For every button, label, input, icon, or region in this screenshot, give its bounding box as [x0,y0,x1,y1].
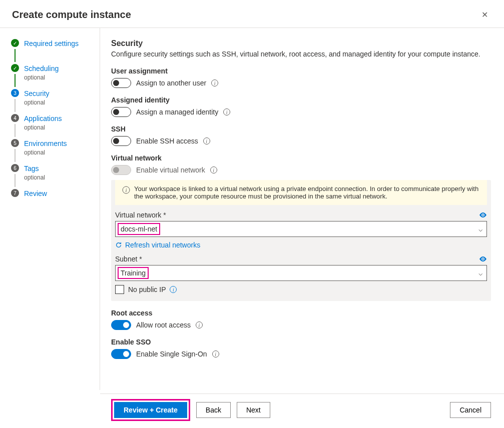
review-create-button[interactable]: Review + Create [114,402,187,418]
info-icon: i [122,186,130,194]
vnet-info-banner: i Your workspace is linked to a virtual … [115,180,487,205]
user-assignment-heading: User assignment [111,67,491,75]
step-required-settings[interactable]: ✓ Required settings [11,39,100,64]
svg-text:i: i [125,187,127,193]
toggle-label: Assign a managed identity [136,108,218,116]
vnet-value: docs-ml-net [121,225,157,233]
vnet-dropdown[interactable]: docs-ml-net ⌵ [115,221,487,237]
refresh-vnets-link[interactable]: Refresh virtual networks [115,241,487,249]
assigned-identity-heading: Assigned identity [111,96,491,104]
refresh-icon [115,242,122,248]
check-icon: ✓ [11,64,19,72]
refresh-label: Refresh virtual networks [125,241,200,249]
toggle-label: Enable virtual network [136,166,205,174]
sso-toggle[interactable] [111,349,131,359]
chevron-down-icon: ⌵ [478,269,482,277]
subnet-value: Training [121,269,146,277]
main-content: Security Configure security settings suc… [100,28,504,390]
step-label: Applications [24,114,62,123]
highlight-box: Review + Create [111,399,190,421]
vnet-heading: Virtual network [111,154,491,162]
assign-user-toggle[interactable] [111,78,131,88]
chevron-down-icon: ⌵ [478,225,482,233]
subnet-field-label: Subnet * [115,255,142,263]
vnet-toggle [111,165,131,175]
step-optional: optional [24,73,59,82]
step-label: Security [24,89,50,98]
info-icon[interactable]: i [170,286,177,293]
toggle-label: Enable SSH access [136,137,198,145]
ssh-toggle[interactable] [111,136,131,146]
info-icon[interactable]: i [223,108,230,116]
info-icon[interactable]: i [210,166,217,174]
next-button[interactable]: Next [237,402,270,418]
step-optional: optional [24,148,67,157]
no-public-ip-checkbox[interactable] [115,285,124,294]
footer-bar: Review + Create Back Next Cancel [100,394,504,428]
toggle-label: Allow root access [136,321,191,329]
step-scheduling[interactable]: ✓ Scheduling optional [11,64,100,89]
back-button[interactable]: Back [196,402,231,418]
check-icon: ✓ [11,39,19,47]
wizard-steps: ✓ Required settings ✓ Scheduling optiona… [0,28,100,390]
vnet-panel: i Your workspace is linked to a virtual … [111,180,491,301]
info-icon[interactable]: i [203,138,210,144]
subnet-dropdown[interactable]: Training ⌵ [115,265,487,281]
page-title: Create compute instance [12,9,131,20]
close-icon[interactable]: ✕ [477,8,492,22]
step-label: Required settings [24,39,79,48]
step-tags[interactable]: 6 Tags optional [11,164,100,189]
root-heading: Root access [111,309,491,317]
section-description: Configure security settings such as SSH,… [111,50,491,58]
step-number-icon: 4 [11,114,19,122]
step-environments[interactable]: 5 Environments optional [11,139,100,164]
toggle-label: Enable Single Sign-On [136,350,207,358]
step-optional: optional [24,123,62,132]
section-title: Security [111,39,491,48]
banner-text: Your workspace is linked to a virtual ne… [134,185,480,200]
ssh-heading: SSH [111,125,491,133]
step-number-icon: 3 [11,89,19,97]
checkbox-label: No public IP [128,286,166,294]
step-label: Tags [24,164,45,173]
step-optional: optional [24,173,45,182]
toggle-label: Assign to another user [136,79,206,87]
step-number-icon: 5 [11,139,19,147]
step-number-icon: 6 [11,164,19,172]
preview-icon[interactable] [479,255,487,263]
step-review[interactable]: 7 Review [11,189,100,198]
step-label: Scheduling [24,64,59,73]
info-icon[interactable]: i [211,80,218,86]
assign-identity-toggle[interactable] [111,107,131,117]
vnet-field-label: Virtual network * [115,211,166,219]
step-label: Environments [24,139,67,148]
step-optional: optional [24,98,50,107]
step-number-icon: 7 [11,189,19,197]
info-icon[interactable]: i [196,322,203,328]
sso-heading: Enable SSO [111,338,491,346]
root-toggle[interactable] [111,320,131,330]
preview-icon[interactable] [479,211,487,219]
info-icon[interactable]: i [212,350,219,358]
cancel-button[interactable]: Cancel [450,402,491,418]
step-security[interactable]: 3 Security optional [11,89,100,114]
step-label: Review [24,189,47,198]
step-applications[interactable]: 4 Applications optional [11,114,100,139]
